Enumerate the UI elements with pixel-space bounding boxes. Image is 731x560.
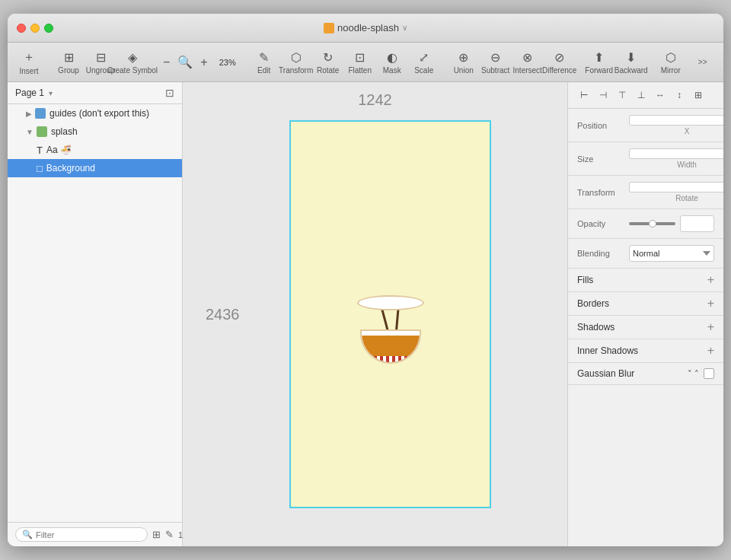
align-center-v-button[interactable]: ↔ [652, 87, 669, 103]
text-icon: T [37, 145, 43, 156]
fills-label: Fills [577, 275, 707, 285]
layer-item-text[interactable]: T Aa 🍜 [8, 141, 182, 159]
ungroup-icon: ⊟ [96, 50, 106, 65]
difference-button[interactable]: ⊘ Difference [544, 47, 575, 78]
gaussian-blur-label: Gaussian Blur [577, 368, 688, 379]
layer-arrow-guides: ▶ [26, 110, 32, 118]
page-edit-icon[interactable]: ✎ [165, 529, 174, 540]
bowl-body [360, 329, 421, 364]
transform-button[interactable]: ⬡ Transform [281, 47, 311, 78]
align-bottom-button[interactable]: ↕ [671, 87, 688, 103]
canvas-height-label: 2436 [206, 306, 240, 323]
insert-label: Insert [20, 67, 39, 75]
sidebar-settings-icon[interactable]: ⊡ [165, 87, 174, 99]
gaussian-stepper[interactable]: ˅ ˄ [688, 369, 699, 379]
gaussian-down-icon: ˅ [688, 369, 692, 379]
group-button[interactable]: ⊞ Group [53, 47, 84, 78]
size-label: Size [577, 154, 624, 164]
canvas-area[interactable]: 1242 2436 [183, 82, 567, 546]
page-add-icon[interactable]: ⊞ [152, 529, 161, 540]
gaussian-blur-section: Gaussian Blur ˅ ˄ [568, 363, 723, 385]
mask-button[interactable]: ◐ Mask [377, 47, 407, 78]
layer-color-guides [35, 108, 46, 119]
gaussian-blur-checkbox[interactable] [704, 368, 714, 379]
layer-item-background[interactable]: □ Background [8, 159, 182, 177]
shadows-section-header[interactable]: Shadows + [568, 316, 723, 339]
difference-icon: ⊘ [554, 50, 564, 65]
bowl-rim [357, 295, 424, 310]
scale-icon: ⤢ [419, 50, 429, 65]
layer-item-splash[interactable]: ▼ splash [8, 123, 182, 141]
more-button[interactable]: >> [688, 55, 718, 69]
sidebar-header: Page 1 ▾ ⊡ [8, 82, 182, 104]
filter-input[interactable] [36, 530, 141, 539]
mirror-button[interactable]: ⬡ Mirror [656, 47, 686, 78]
inner-shadows-section-header[interactable]: Inner Shadows + [568, 339, 723, 363]
traffic-lights [8, 24, 53, 33]
sidebar-footer: 🔍 ⊞ ✎ 1 [8, 522, 182, 546]
inspector-panel: ⊢ ⊣ ⊤ ⊥ ↔ ↕ ⊞ Position X [567, 82, 723, 546]
align-center-h-button[interactable]: ⊣ [595, 87, 611, 103]
intersect-label: Intersect [513, 66, 542, 75]
intersect-button[interactable]: ⊗ Intersect [512, 47, 543, 78]
inner-shadows-add-button[interactable]: + [707, 345, 714, 357]
zoom-out-button[interactable]: − [160, 54, 173, 71]
close-button[interactable] [17, 24, 26, 33]
opacity-slider[interactable] [629, 222, 675, 225]
group-icon: ⊞ [64, 50, 74, 65]
backward-button[interactable]: ⬇ Backward [616, 47, 646, 78]
filter-input-wrap[interactable]: 🔍 [15, 527, 148, 542]
borders-add-button[interactable]: + [707, 298, 714, 310]
opacity-row: Opacity [577, 215, 714, 232]
edit-button[interactable]: ✎ Edit [249, 47, 279, 78]
layer-label-text: Aa 🍜 [46, 145, 72, 155]
position-x-input[interactable] [629, 115, 723, 126]
size-row: Size Width 🔒 Height [577, 148, 714, 169]
size-width-input[interactable] [629, 148, 723, 159]
flatten-icon: ⊡ [355, 50, 365, 65]
position-section: Position X Y [568, 109, 723, 142]
maximize-button[interactable] [44, 24, 53, 33]
borders-section-header[interactable]: Borders + [568, 292, 723, 316]
align-right-button[interactable]: ⊤ [614, 87, 630, 103]
artboard[interactable] [289, 120, 491, 508]
size-section: Size Width 🔒 Height [568, 142, 723, 176]
scale-button[interactable]: ⤢ Scale [409, 47, 439, 78]
create-symbol-button[interactable]: ◈ Create Symbol [117, 47, 148, 78]
forward-button[interactable]: ⬆ Forward [584, 47, 614, 78]
app-window: noodle-splash ∨ ＋ Insert ⊞ Group ⊟ Ungro… [8, 14, 723, 546]
flatten-button[interactable]: ⊡ Flatten [345, 47, 375, 78]
page-selector[interactable]: Page 1 [15, 88, 44, 98]
edit-icon: ✎ [259, 50, 269, 65]
blending-select[interactable]: Normal Multiply Screen Overlay Darken Li… [629, 245, 714, 262]
insert-button[interactable]: ＋ Insert [14, 46, 44, 78]
rotate-input[interactable] [629, 182, 723, 192]
app-icon [324, 23, 334, 33]
page-chevron: ▾ [49, 89, 53, 97]
rotate-group: Rotate [629, 182, 723, 202]
transform-row: Transform Rotate ↔ ↕ Flip [577, 182, 714, 202]
backward-label: Backward [614, 66, 648, 75]
layer-item-guides[interactable]: ▶ guides (don't export this) [8, 104, 182, 123]
fills-add-button[interactable]: + [707, 274, 714, 286]
zoom-icon: 🔍 [174, 53, 196, 71]
rotate-button[interactable]: ↻ Rotate [313, 47, 343, 78]
distribute-button[interactable]: ⊞ [690, 87, 707, 103]
zoom-controls: − 🔍 + [157, 53, 214, 71]
minimize-button[interactable] [30, 24, 40, 33]
align-left-button[interactable]: ⊢ [576, 87, 592, 103]
shadows-add-button[interactable]: + [707, 321, 714, 333]
union-button[interactable]: ⊕ Union [448, 47, 479, 78]
zoom-in-button[interactable]: + [197, 54, 210, 71]
transform-label: Transform [577, 188, 624, 197]
position-label: Position [577, 121, 624, 130]
shadows-label: Shadows [577, 322, 707, 332]
union-icon: ⊕ [458, 50, 468, 65]
align-top-button[interactable]: ⊥ [633, 87, 650, 103]
transform-section: Transform Rotate ↔ ↕ Flip [568, 176, 723, 209]
fills-section-header[interactable]: Fills + [568, 269, 723, 292]
difference-label: Difference [542, 66, 576, 75]
subtract-button[interactable]: ⊖ Subtract [480, 47, 511, 78]
mirror-label: Mirror [661, 66, 681, 75]
opacity-input[interactable] [680, 215, 714, 232]
